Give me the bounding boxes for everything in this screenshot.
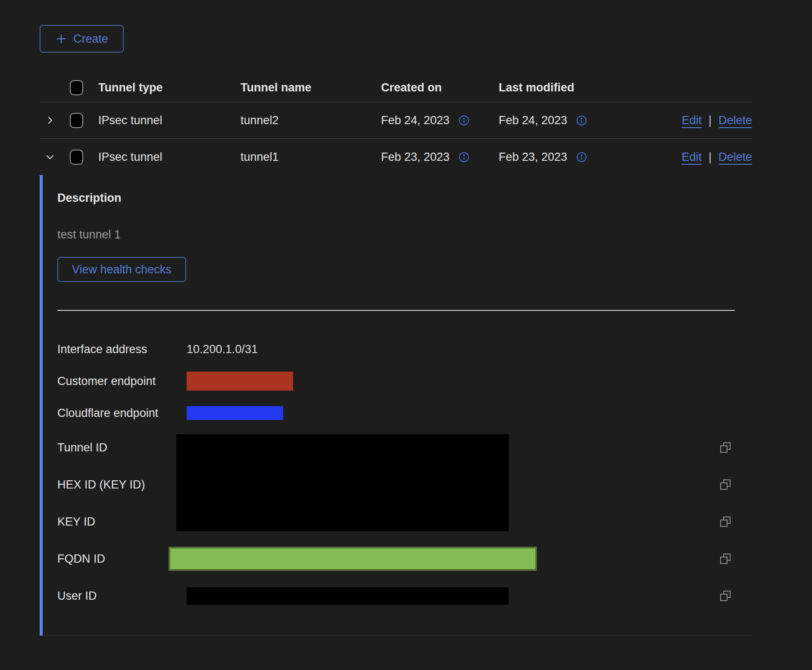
- cloudflare-endpoint-label: Cloudflare endpoint: [57, 407, 176, 420]
- tunnel-detail-panel: Description test tunnel 1 View health ch…: [40, 175, 752, 636]
- customer-endpoint-redaction: [187, 372, 293, 391]
- delete-link[interactable]: Delete: [718, 150, 752, 164]
- view-health-checks-label: View health checks: [72, 263, 172, 276]
- key-id-label: KEY ID: [57, 515, 176, 529]
- copy-icon[interactable]: [719, 478, 732, 491]
- action-separator: |: [709, 114, 712, 127]
- column-header-tunnel-name: Tunnel name: [240, 81, 381, 94]
- row-checkbox[interactable]: [70, 113, 83, 128]
- info-icon[interactable]: [458, 151, 470, 163]
- hex-id-label: HEX ID (KEY ID): [57, 478, 176, 492]
- ids-redaction: [176, 434, 509, 531]
- description-label: Description: [57, 191, 752, 205]
- info-icon[interactable]: [576, 151, 587, 163]
- column-header-last-modified: Last modified: [499, 81, 752, 94]
- edit-link[interactable]: Edit: [681, 114, 702, 127]
- chevron-down-icon[interactable]: [45, 152, 55, 162]
- create-button[interactable]: Create: [40, 25, 124, 53]
- delete-link[interactable]: Delete: [718, 114, 752, 127]
- tunnel-id-label: Tunnel ID: [57, 441, 176, 454]
- fqdn-id-redaction: [169, 547, 537, 571]
- field-row-user-id: User ID: [57, 577, 732, 614]
- chevron-right-icon[interactable]: [45, 116, 55, 125]
- column-header-created-on: Created on: [381, 81, 499, 94]
- description-value: test tunnel 1: [57, 228, 752, 241]
- cell-created-on: Feb 24, 2023: [381, 114, 450, 127]
- info-icon[interactable]: [458, 115, 470, 126]
- field-row-cloudflare-endpoint: Cloudflare endpoint: [57, 397, 732, 429]
- field-row-customer-endpoint: Customer endpoint: [57, 365, 732, 397]
- cell-tunnel-name: tunnel1: [240, 150, 381, 164]
- table-row: IPsec tunnel tunnel1 Feb 23, 2023 Feb 23…: [40, 139, 752, 175]
- interface-address-value: 10.200.1.0/31: [176, 343, 719, 356]
- field-row-fqdn-id: FQDN ID: [57, 540, 732, 577]
- user-id-label: User ID: [57, 589, 176, 603]
- select-all-checkbox[interactable]: [70, 80, 83, 95]
- table-row: IPsec tunnel tunnel2 Feb 24, 2023 Feb 24…: [40, 102, 752, 139]
- copy-icon[interactable]: [719, 552, 732, 565]
- cell-last-modified: Feb 23, 2023: [499, 150, 567, 164]
- cell-last-modified: Feb 24, 2023: [499, 114, 567, 127]
- row-checkbox[interactable]: [70, 150, 83, 165]
- cell-created-on: Feb 23, 2023: [381, 150, 450, 164]
- view-health-checks-button[interactable]: View health checks: [57, 257, 186, 282]
- plus-icon: [55, 33, 67, 45]
- customer-endpoint-label: Customer endpoint: [57, 375, 176, 388]
- tunnel-fields: Interface address 10.200.1.0/31 Customer…: [57, 333, 752, 614]
- copy-icon[interactable]: [719, 589, 732, 602]
- section-divider: [57, 310, 735, 311]
- field-row-interface-address: Interface address 10.200.1.0/31: [57, 333, 732, 365]
- table-header-row: Tunnel type Tunnel name Created on Last …: [40, 74, 752, 102]
- fqdn-id-label: FQDN ID: [57, 552, 176, 566]
- table-bottom-divider: [40, 636, 752, 636]
- user-id-redaction: [187, 587, 509, 605]
- column-header-tunnel-type: Tunnel type: [98, 81, 240, 94]
- page: Create Tunnel type Tunnel name Created o…: [0, 0, 812, 636]
- copy-icon[interactable]: [719, 515, 732, 528]
- cloudflare-endpoint-redaction: [187, 406, 283, 420]
- info-icon[interactable]: [576, 115, 587, 126]
- action-separator: |: [709, 150, 712, 164]
- edit-link[interactable]: Edit: [681, 150, 702, 164]
- id-fields-group: Tunnel ID HEX ID (KEY ID): [57, 429, 732, 540]
- tunnels-table: Tunnel type Tunnel name Created on Last …: [40, 74, 752, 636]
- cell-tunnel-type: IPsec tunnel: [98, 150, 240, 164]
- copy-icon[interactable]: [719, 441, 732, 454]
- cell-tunnel-type: IPsec tunnel: [98, 114, 240, 127]
- interface-address-label: Interface address: [57, 343, 176, 356]
- create-button-label: Create: [73, 32, 108, 46]
- cell-tunnel-name: tunnel2: [240, 114, 381, 127]
